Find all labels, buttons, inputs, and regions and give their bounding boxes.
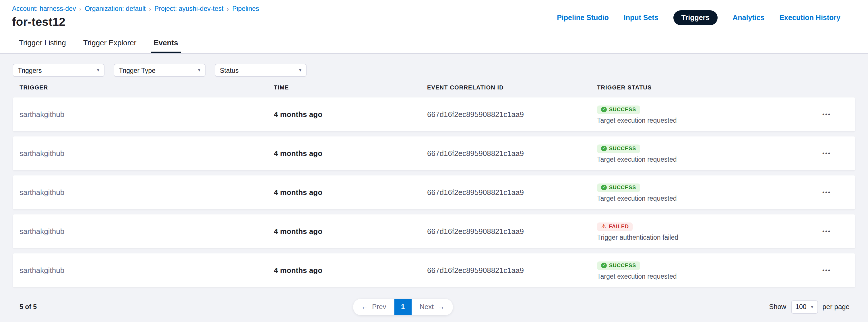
status-badge-label: SUCCESS [609, 107, 636, 112]
chevron-down-icon: ▾ [97, 68, 99, 73]
success-check-icon: ✓ [601, 263, 607, 268]
table-row: sarthakgithub 4 months ago 667d16f2ec895… [12, 136, 856, 170]
row-trigger-name: sarthakgithub [20, 227, 274, 236]
content: Triggers▾Trigger Type▾Status▾ TRIGGER TI… [0, 54, 868, 322]
tab-bar: Trigger ListingTrigger ExplorerEvents [0, 33, 868, 54]
page-size-control: Show 100 ▾ per page [769, 300, 849, 313]
row-trigger-name: sarthakgithub [20, 149, 274, 158]
header-left: Account: harness-dev›Organization: defau… [12, 5, 259, 29]
row-time: 4 months ago [274, 110, 427, 119]
per-page-label: per page [823, 303, 849, 311]
chevron-down-icon: ▾ [299, 68, 301, 73]
row-correlation-id: 667d16f2ec895908821c1aa9 [427, 149, 597, 158]
arrow-left-icon: ← [361, 303, 368, 311]
status-badge-label: FAILED [609, 224, 629, 229]
status-message: Target execution requested [597, 195, 677, 202]
column-header-trigger: TRIGGER [20, 84, 274, 91]
row-correlation-id: 667d16f2ec895908821c1aa9 [427, 266, 597, 275]
status-message: Trigger authentication failed [597, 234, 678, 240]
filter-select-status[interactable]: Status▾ [215, 64, 307, 77]
breadcrumb-link-organization[interactable]: Organization: default [85, 5, 146, 12]
nav-item-execution-history[interactable]: Execution History [779, 14, 840, 22]
table-row: sarthakgithub 4 months ago 667d16f2ec895… [12, 254, 856, 287]
table-row: sarthakgithub 4 months ago 667d16f2ec895… [12, 175, 856, 209]
column-header-correlation-id: EVENT CORRELATION ID [427, 84, 597, 91]
breadcrumb-link-pipelines[interactable]: Pipelines [232, 5, 259, 12]
app: Account: harness-dev›Organization: defau… [0, 0, 868, 336]
pagination: 5 of 5 ← Prev 1 Next → Show 100 ▾ per p [12, 298, 856, 315]
row-status: ✓ SUCCESS Target execution requested [597, 105, 798, 124]
row-menu-button[interactable]: ••• [819, 147, 834, 160]
row-menu-button[interactable]: ••• [819, 264, 834, 277]
status-message: Target execution requested [597, 117, 677, 124]
breadcrumb-link-account[interactable]: Account: harness-dev [12, 5, 76, 12]
show-label: Show [769, 303, 786, 311]
row-trigger-name: sarthakgithub [20, 188, 274, 197]
table-row: sarthakgithub 4 months ago 667d16f2ec895… [12, 214, 856, 248]
next-button[interactable]: Next → [412, 298, 453, 315]
pipeline-nav: Pipeline StudioInput SetsTriggersAnalyti… [557, 10, 840, 25]
tab-trigger-explorer[interactable]: Trigger Explorer [81, 33, 139, 53]
page-1-button[interactable]: 1 [394, 298, 412, 315]
filter-label: Status [220, 67, 239, 74]
filter-select-triggers[interactable]: Triggers▾ [12, 64, 104, 77]
arrow-right-icon: → [438, 303, 445, 311]
status-badge: ✓ SUCCESS [597, 144, 640, 153]
breadcrumb-link-project[interactable]: Project: ayushi-dev-test [154, 5, 223, 12]
nav-item-triggers[interactable]: Triggers [673, 10, 718, 25]
row-menu-button[interactable]: ••• [819, 225, 834, 238]
page-size-select[interactable]: 100 ▾ [791, 300, 818, 313]
row-status: ✓ SUCCESS Target execution requested [597, 261, 798, 279]
status-badge: ⚠ FAILED [597, 222, 633, 231]
status-badge: ✓ SUCCESS [597, 183, 640, 192]
breadcrumb-separator-icon: › [227, 6, 229, 12]
filter-select-trigger-type[interactable]: Trigger Type▾ [114, 64, 206, 77]
row-correlation-id: 667d16f2ec895908821c1aa9 [427, 227, 597, 236]
success-check-icon: ✓ [601, 146, 607, 152]
event-rows: sarthakgithub 4 months ago 667d16f2ec895… [12, 98, 856, 287]
column-header-time: TIME [274, 84, 427, 91]
pagination-summary: 5 of 5 [20, 303, 37, 310]
tab-events[interactable]: Events [151, 33, 181, 53]
nav-item-analytics[interactable]: Analytics [733, 14, 764, 22]
success-check-icon: ✓ [601, 107, 607, 112]
row-time: 4 months ago [274, 227, 427, 236]
row-time: 4 months ago [274, 149, 427, 158]
status-badge-label: SUCCESS [609, 146, 636, 152]
row-time: 4 months ago [274, 188, 427, 197]
breadcrumb: Account: harness-dev›Organization: defau… [12, 5, 259, 12]
row-trigger-name: sarthakgithub [20, 266, 274, 275]
row-menu-button[interactable]: ••• [819, 108, 834, 121]
pager: ← Prev 1 Next → [353, 298, 453, 315]
page-title: for-test12 [12, 15, 259, 29]
prev-button[interactable]: ← Prev [353, 298, 394, 315]
column-header-trigger-status: TRIGGER STATUS [597, 84, 798, 91]
status-badge: ✓ SUCCESS [597, 261, 640, 270]
prev-label: Prev [372, 303, 386, 311]
tab-trigger-listing[interactable]: Trigger Listing [16, 33, 69, 53]
status-badge-label: SUCCESS [609, 263, 636, 268]
status-badge-label: SUCCESS [609, 184, 636, 190]
success-check-icon: ✓ [601, 184, 607, 190]
next-label: Next [420, 303, 434, 311]
filter-label: Trigger Type [119, 67, 156, 74]
breadcrumb-separator-icon: › [149, 6, 151, 12]
nav-item-pipeline-studio[interactable]: Pipeline Studio [557, 14, 609, 22]
table-row: sarthakgithub 4 months ago 667d16f2ec895… [12, 98, 856, 131]
row-menu-button[interactable]: ••• [819, 186, 834, 199]
row-status: ⚠ FAILED Trigger authentication failed [597, 222, 798, 240]
status-message: Target execution requested [597, 156, 677, 163]
row-trigger-name: sarthakgithub [20, 110, 274, 119]
filters: Triggers▾Trigger Type▾Status▾ [12, 64, 856, 77]
status-message: Target execution requested [597, 273, 677, 279]
row-correlation-id: 667d16f2ec895908821c1aa9 [427, 110, 597, 119]
filter-label: Triggers [18, 67, 42, 74]
breadcrumb-separator-icon: › [79, 6, 81, 12]
row-correlation-id: 667d16f2ec895908821c1aa9 [427, 188, 597, 197]
chevron-down-icon: ▾ [811, 304, 813, 309]
table-header: TRIGGER TIME EVENT CORRELATION ID TRIGGE… [12, 84, 856, 91]
failed-warning-icon: ⚠ [601, 224, 607, 229]
chevron-down-icon: ▾ [198, 68, 200, 73]
page-size-value: 100 [795, 303, 806, 310]
nav-item-input-sets[interactable]: Input Sets [624, 14, 658, 22]
